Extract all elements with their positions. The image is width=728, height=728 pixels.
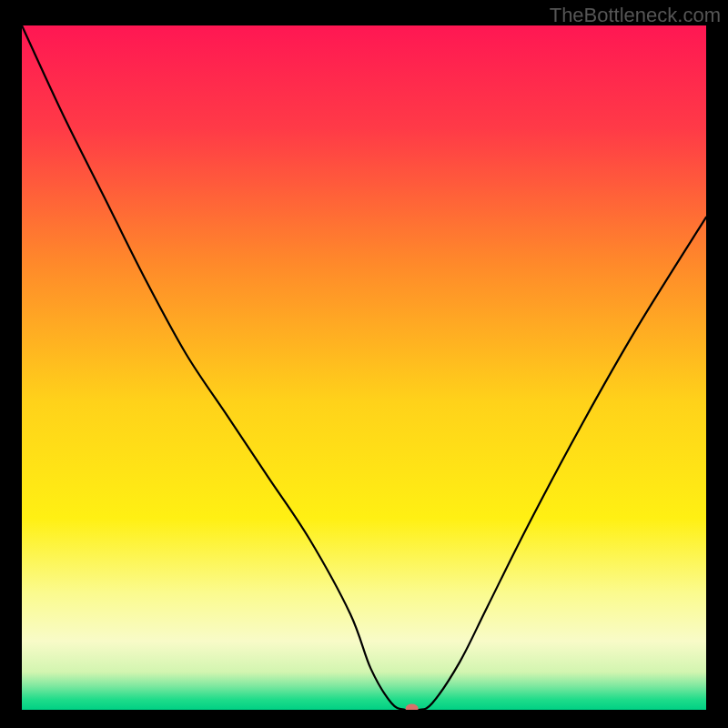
watermark-text: TheBottleneck.com: [550, 4, 721, 27]
gradient-background: [22, 25, 706, 710]
plot-frame: [22, 25, 706, 710]
bottleneck-chart: [22, 25, 706, 710]
chart-container: TheBottleneck.com: [0, 0, 728, 728]
